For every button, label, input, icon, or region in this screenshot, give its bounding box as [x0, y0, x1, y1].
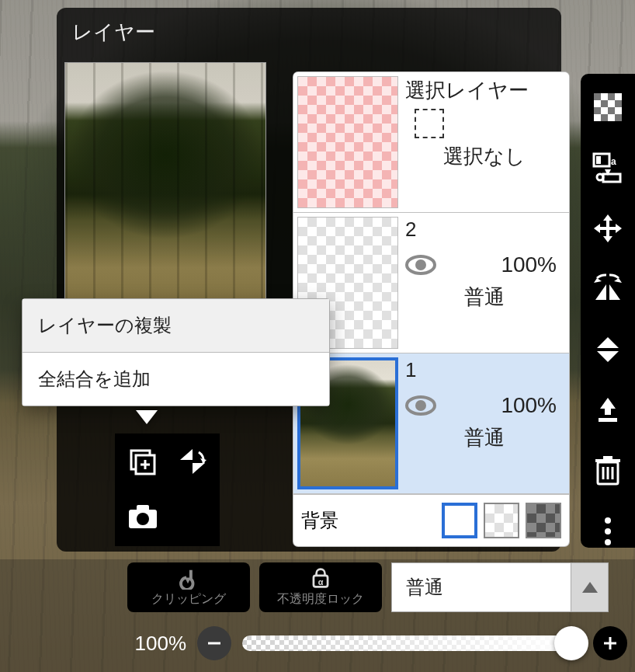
- svg-point-28: [597, 174, 603, 180]
- layer-context-menu: レイヤーの複製 全結合を追加: [22, 298, 330, 406]
- merge-down-icon[interactable]: [591, 394, 625, 427]
- flip-horizontal-icon[interactable]: [591, 273, 625, 305]
- svg-marker-39: [597, 337, 619, 348]
- opacity-plus-button[interactable]: [593, 626, 627, 660]
- svg-text:α: α: [318, 577, 324, 587]
- flip-rotate-icon[interactable]: [175, 443, 211, 480]
- svg-marker-36: [595, 284, 606, 300]
- background-label: 背景: [301, 508, 435, 533]
- layer-thumb: [297, 76, 398, 208]
- menu-add-merged[interactable]: 全結合を追加: [23, 353, 329, 406]
- bottom-bar: クリッピング α 不透明度ロック 普通 100%: [0, 559, 635, 672]
- svg-point-51: [605, 539, 611, 545]
- eye-icon[interactable]: [405, 253, 436, 277]
- svg-rect-17: [601, 100, 608, 107]
- camera-icon[interactable]: [124, 499, 161, 536]
- opacity-percent: 100%: [116, 632, 186, 656]
- layer-blend-mode: 普通: [405, 424, 563, 451]
- selection-marquee-icon: [415, 109, 444, 138]
- menu-duplicate-layer[interactable]: レイヤーの複製: [23, 299, 329, 353]
- panel-title: レイヤー: [57, 8, 561, 50]
- svg-rect-24: [596, 156, 601, 164]
- opacity-minus-button[interactable]: [197, 626, 231, 660]
- clipping-label: クリッピング: [151, 591, 226, 608]
- alpha-lock-label: 不透明度ロック: [277, 591, 364, 608]
- svg-text:a: a: [611, 156, 616, 167]
- blend-mode-select[interactable]: 普通: [391, 562, 571, 612]
- blend-mode-caret[interactable]: [571, 562, 609, 612]
- svg-rect-16: [608, 93, 615, 100]
- svg-rect-47: [595, 459, 620, 462]
- svg-rect-15: [594, 93, 601, 100]
- canvas-preview: [64, 62, 266, 326]
- slider-knob[interactable]: [554, 626, 588, 660]
- svg-marker-37: [609, 284, 620, 300]
- layer-blend-mode: 普通: [405, 284, 563, 311]
- svg-point-49: [605, 517, 611, 524]
- layer-row-1[interactable]: 1 100% 普通: [293, 353, 569, 494]
- add-layer-icon[interactable]: [124, 443, 161, 480]
- svg-point-50: [605, 528, 611, 534]
- layer-tools-block: [115, 433, 220, 546]
- svg-rect-18: [615, 100, 622, 107]
- svg-point-3: [415, 400, 426, 411]
- opacity-slider[interactable]: [242, 635, 582, 651]
- layer-opacity: 100%: [450, 252, 563, 277]
- layer-name: 選択レイヤー: [405, 77, 563, 104]
- bg-dark-swatch[interactable]: [526, 503, 561, 538]
- layers-list: 選択レイヤー 選択なし 2: [293, 72, 569, 546]
- svg-rect-22: [615, 114, 622, 121]
- svg-marker-35: [594, 278, 602, 283]
- layer-row-2[interactable]: 2 100% 普通: [293, 213, 569, 353]
- layer-opacity: 100%: [450, 393, 563, 418]
- svg-rect-48: [603, 456, 612, 459]
- move-icon[interactable]: [591, 212, 625, 245]
- selection-status: 選択なし: [405, 143, 563, 170]
- layer-name: 1: [405, 358, 563, 382]
- svg-rect-27: [603, 174, 620, 182]
- svg-marker-38: [614, 278, 622, 283]
- layer-name: 2: [405, 218, 563, 242]
- svg-rect-21: [601, 114, 608, 121]
- eye-icon[interactable]: [405, 394, 436, 417]
- more-icon[interactable]: [591, 515, 625, 548]
- bg-white-swatch[interactable]: [442, 503, 477, 538]
- checker-icon[interactable]: [591, 91, 625, 124]
- svg-marker-9: [193, 463, 205, 474]
- svg-marker-8: [180, 449, 193, 460]
- reference-window-icon[interactable]: a: [591, 151, 625, 184]
- svg-point-1: [415, 259, 426, 270]
- svg-rect-20: [608, 107, 615, 114]
- blend-mode-value: 普通: [406, 575, 443, 600]
- layer-row-selection[interactable]: 選択レイヤー 選択なし: [293, 72, 569, 213]
- background-row: 背景: [293, 494, 569, 546]
- svg-rect-42: [599, 418, 617, 422]
- bg-transparent-swatch[interactable]: [484, 503, 519, 538]
- right-toolbar: a: [581, 74, 635, 548]
- flip-vertical-icon[interactable]: [591, 333, 625, 366]
- svg-rect-19: [594, 107, 601, 114]
- svg-point-13: [137, 513, 149, 525]
- svg-marker-52: [185, 578, 191, 584]
- trash-icon[interactable]: [591, 454, 625, 487]
- svg-marker-40: [597, 351, 619, 362]
- slider-fill: [242, 635, 582, 651]
- svg-marker-41: [600, 398, 616, 415]
- alpha-lock-button[interactable]: α 不透明度ロック: [259, 562, 382, 612]
- clipping-button[interactable]: クリッピング: [127, 562, 250, 612]
- svg-rect-12: [137, 505, 149, 511]
- popover-arrow: [136, 410, 158, 424]
- svg-marker-55: [582, 582, 598, 593]
